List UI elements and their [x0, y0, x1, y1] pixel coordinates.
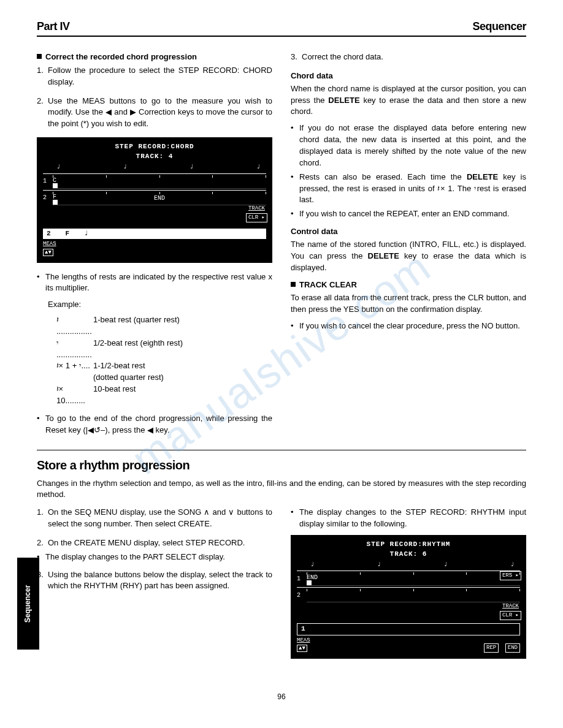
lcd-rhythm-screenshot: STEP RECORD:RHYTHM TRACK: 6 ♩♩♩♩ 1 END E…	[291, 535, 526, 659]
input-status-bar: 1	[297, 623, 520, 635]
lcd-chord-screenshot: STEP RECORD:CHORD TRACK: 4 ♩♩♩♩ 1 C 2	[37, 137, 272, 262]
rest-example-list: 𝄽 ................1-beat rest (quarter r…	[48, 314, 272, 407]
clr-button[interactable]: CLR ▸	[246, 213, 267, 222]
chord-bullet-1: •If you do not erase the displayed data …	[291, 123, 526, 169]
ers-button-group: ERS ▸	[500, 571, 521, 580]
footer-buttons: REP END	[481, 643, 520, 653]
track-clr-group: TRACK CLR ▸	[500, 602, 521, 620]
track-clear-bullet: •If you wish to cancel the clear procedu…	[291, 320, 526, 332]
bar-measure: 2	[47, 229, 51, 239]
track-clr-group: TRACK CLR ▸	[246, 205, 267, 222]
step-3: 3. Correct the chord data.	[291, 51, 526, 63]
store-display-note: •The display changes to the STEP RECORD:…	[291, 507, 526, 530]
rep-button[interactable]: REP	[484, 643, 499, 653]
store-intro: Changes in the rhythm selection and temp…	[37, 478, 526, 501]
store-step-2-note: •The display changes to the PART SELECT …	[37, 552, 272, 563]
square-bullet-icon	[291, 282, 296, 287]
end-button[interactable]: END	[505, 643, 520, 653]
meas-arrows-icon[interactable]: ▲▼	[43, 249, 53, 256]
control-data-para: The name of the stored function (INTRO, …	[291, 239, 526, 274]
chord-bullet-2: •Rests can also be erased. Each time the…	[291, 172, 526, 207]
meas-arrows-icon[interactable]: ▲▼	[297, 645, 307, 652]
lcd2-track-line: TRACK: 6	[297, 550, 520, 559]
store-step-1: 1.On the SEQ MENU display, use the SONG …	[37, 507, 272, 530]
clr-button[interactable]: CLR ▸	[500, 611, 521, 620]
track-label: TRACK	[500, 602, 521, 610]
page-header: Part IV Sequencer	[37, 18, 526, 37]
square-bullet-icon	[37, 54, 42, 59]
chord-data-para: When the chord name is displayed at the …	[291, 83, 526, 118]
header-part: Part IV	[37, 18, 70, 34]
lcd-title: STEP RECORD:CHORD	[43, 142, 266, 152]
step-1: 1. Follow the procedure to select the ST…	[37, 65, 272, 88]
beat-markers: ♩♩♩♩	[43, 162, 266, 172]
chord-bullet-3: •If you wish to cancel the REPEAT, enter…	[291, 208, 526, 220]
lcd2-title: STEP RECORD:RHYTHM	[297, 540, 520, 550]
track-label: TRACK	[246, 205, 267, 213]
bar-chord: F	[66, 229, 70, 239]
measure-1-num: 1	[297, 575, 307, 584]
beat-markers: ♩♩♩♩	[297, 559, 520, 570]
chord-data-head: Chord data	[291, 70, 526, 82]
bar-note-icon: ♩	[84, 229, 88, 239]
example-label: Example:	[48, 299, 272, 311]
side-tab: Sequencer	[17, 558, 39, 650]
measure-2-num: 2	[43, 194, 53, 203]
header-section: Sequencer	[472, 18, 526, 34]
page-number: 96	[37, 692, 526, 702]
rest-length-note: • The lengths of rests are indicated by …	[37, 271, 272, 295]
track-clear-para: To erase all data from the current track…	[291, 292, 526, 316]
store-heading: Store a rhythm progression	[37, 457, 526, 474]
meas-control: MEAS ▲▼	[297, 637, 310, 653]
bar-measure: 1	[301, 624, 305, 634]
goto-end-note: • To go to the end of the chord progress…	[37, 413, 272, 436]
lcd-track-line: TRACK: 4	[43, 152, 266, 162]
correct-heading: Correct the recorded chord progression	[37, 51, 272, 63]
input-status-bar: 2 F ♩	[43, 229, 266, 240]
measure-1-num: 1	[43, 177, 53, 186]
control-data-head: Control data	[291, 226, 526, 238]
meas-control: MEAS ▲▼	[43, 240, 266, 256]
ers-button[interactable]: ERS ▸	[500, 571, 521, 580]
section-divider	[37, 450, 526, 450]
measure-2-num: 2	[297, 591, 307, 601]
store-step-2: 2.On the CREATE MENU display, select STE…	[37, 537, 272, 549]
step-2: 2. Use the MEAS buttons to go to the mea…	[37, 96, 272, 131]
track-clear-head: TRACK CLEAR	[291, 279, 526, 291]
store-step-3: 3.Using the balance buttons below the di…	[37, 569, 272, 593]
